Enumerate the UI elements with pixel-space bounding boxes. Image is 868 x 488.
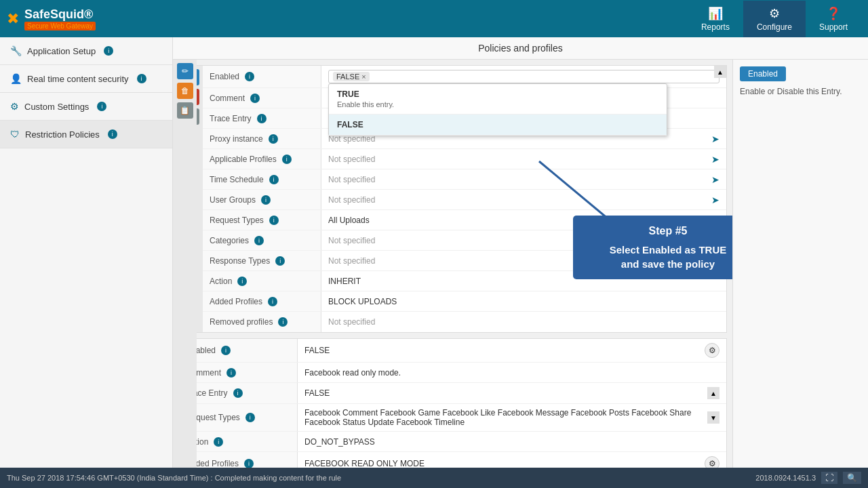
action2-info-icon: i	[214, 437, 223, 447]
dropdown-true[interactable]: TRUE Enable this entry.	[329, 84, 667, 115]
comment-row-2: Comment i Facebook read only mode.	[179, 363, 726, 383]
policy-table-1: Enabled i FALSE ×	[203, 66, 726, 332]
sidebar-label-realtime: Real time content security	[27, 74, 129, 84]
status-bar: Thu Sep 27 2018 17:54:46 GMT+0530 (India…	[0, 468, 868, 488]
realtime-icon: 👤	[10, 73, 22, 84]
edit-button-2[interactable]: ✏	[177, 63, 193, 79]
removed-profiles-row: Removed profiles i Not specified	[203, 312, 726, 332]
content-body: ✏ ✕ ↺ Enabled i	[173, 60, 732, 468]
logo-area: ✖ SafeSquid® Secure Web Gateway	[7, 7, 96, 30]
restriction-info-icon: i	[108, 129, 117, 139]
nav-reports[interactable]: 📊 Reports	[688, 1, 743, 37]
proxy-instance-label: Proxy instance i	[203, 129, 321, 148]
cat-info-icon: i	[254, 236, 264, 245]
fullscreen-button[interactable]: ⛶	[821, 472, 837, 484]
main-layout: 🔧 Application Setup i 👤 Real time conten…	[0, 37, 868, 468]
trace-entry-label: Trace Entry i	[203, 108, 321, 128]
ug-nav-icon[interactable]: ➤	[711, 195, 719, 205]
sidebar-label-app-setup: Application Setup	[27, 46, 96, 56]
comment-label: Comment i	[203, 88, 321, 108]
comment-label-2: Comment i	[179, 363, 298, 382]
tag-input-wrapper[interactable]: FALSE ×	[328, 70, 719, 83]
trace2-info-icon: i	[233, 388, 243, 398]
custom-settings-info-icon: i	[97, 102, 106, 111]
sidebar-label-custom-settings: Custom Settings	[24, 102, 89, 112]
sidebar-label-restriction: Restriction Policies	[25, 129, 100, 140]
trace-entry-row-2: Trace Entry i FALSE ▲	[179, 383, 726, 404]
realtime-info-icon: i	[137, 74, 146, 83]
nav-configure[interactable]: ⚙ Configure	[743, 1, 806, 37]
added-profiles-row: Added Profiles i BLOCK UPLOADS	[203, 291, 726, 312]
action-label-2: Action i	[179, 432, 298, 451]
categories-label: Categories i	[203, 230, 321, 250]
policy-controls-2: ✏ 🗑 📋	[173, 60, 197, 468]
action-value-2: DO_NOT_BYPASS	[298, 432, 726, 451]
comment2-info-icon: i	[226, 368, 236, 378]
trace-info-icon: i	[257, 114, 267, 123]
enabled-value-2: FALSE ⚙	[298, 339, 726, 362]
logo-sub: Secure Web Gateway	[24, 22, 96, 30]
comment-info-icon: i	[250, 94, 260, 103]
status-message: Thu Sep 27 2018 17:54:46 GMT+0530 (India…	[7, 474, 341, 482]
tag-remove-icon[interactable]: ×	[361, 73, 366, 81]
trace-label-2: Trace Entry i	[179, 383, 298, 403]
enabled-label: Enabled i	[203, 66, 321, 87]
removed-profiles-label: Removed profiles i	[203, 312, 321, 332]
sidebar-item-application-setup[interactable]: 🔧 Application Setup i	[0, 37, 172, 65]
trace-value-2: FALSE ▲	[298, 383, 726, 403]
app-setup-info-icon: i	[104, 46, 113, 56]
sidebar-item-custom-settings[interactable]: ⚙ Custom Settings i	[0, 93, 172, 121]
scroll-down-2[interactable]: ▼	[707, 411, 719, 424]
enabled-label-2: Enabled i	[179, 339, 298, 362]
proxy-info-icon: i	[269, 134, 278, 144]
added-profiles-label: Added Profiles i	[203, 291, 321, 311]
rt-value-2: Facebook Comment Facebook Game Facebook …	[298, 404, 726, 431]
app-setup-icon: 🔧	[10, 45, 22, 56]
nav-support[interactable]: ❓ Support	[806, 1, 861, 37]
time-schedule-label: Time Schedule i	[203, 169, 321, 189]
support-label: Support	[819, 22, 848, 32]
addprof2-info-icon: i	[244, 459, 254, 468]
ts-nav-icon[interactable]: ➤	[711, 174, 719, 185]
user-groups-row: User Groups i Not specified ➤	[203, 190, 726, 210]
enabled-dropdown: TRUE Enable this entry. FALSE	[328, 83, 667, 136]
enabled-row: Enabled i FALSE ×	[203, 66, 726, 88]
ug-info-icon: i	[261, 195, 271, 205]
dropdown-false[interactable]: FALSE	[329, 115, 667, 136]
enabled-row-2: Enabled i FALSE ⚙	[179, 339, 726, 363]
settings-icon-2[interactable]: ⚙	[705, 343, 719, 358]
ts-info-icon: i	[269, 175, 279, 184]
proxy-nav-icon[interactable]: ➤	[711, 134, 719, 144]
step-body: Select Enabled as TRUEand save the polic…	[585, 243, 732, 271]
rt-info-icon: i	[269, 216, 279, 225]
addprof-value-2: FACEBOOK READ ONLY MODE ⚙	[298, 452, 726, 468]
sidebar-item-realtime[interactable]: 👤 Real time content security i	[0, 65, 172, 93]
delete-button-2[interactable]: 🗑	[177, 83, 193, 99]
enabled-input[interactable]	[372, 72, 406, 81]
configure-icon: ⚙	[757, 6, 792, 21]
content-title: Policies and profiles	[173, 37, 868, 60]
rt-label-2: Request Types i	[179, 404, 298, 431]
action-info-icon: i	[237, 277, 247, 286]
ap-nav-icon[interactable]: ➤	[711, 154, 719, 165]
scroll-up-1[interactable]: ▲	[714, 66, 726, 78]
addprof-settings-icon[interactable]: ⚙	[705, 456, 719, 468]
right-panel: Enabled Enable or Disable this Entry.	[732, 60, 868, 468]
scroll-up-2[interactable]: ▲	[707, 387, 719, 399]
comment-value-2: Facebook read only mode.	[298, 363, 726, 382]
sidebar-item-restriction-policies[interactable]: 🛡 Restriction Policies i	[0, 121, 172, 148]
support-icon: ❓	[819, 6, 848, 21]
version-text: 2018.0924.1451.3	[755, 474, 816, 482]
search-button[interactable]: 🔍	[843, 472, 861, 484]
logo-name: SafeSquid®	[24, 7, 93, 21]
addprof-info-icon: i	[268, 297, 277, 306]
right-panel-desc: Enable or Disable this Entry.	[740, 87, 861, 96]
false-option-title: FALSE	[337, 120, 658, 129]
copy-button-2[interactable]: 📋	[177, 102, 193, 119]
top-header: ✖ SafeSquid® Secure Web Gateway 📊 Report…	[0, 0, 868, 37]
time-schedule-row: Time Schedule i Not specified ➤	[203, 169, 726, 190]
configure-label: Configure	[757, 22, 792, 32]
content-area: Policies and profiles ✏ ✕ ↺ Enabled	[173, 37, 868, 468]
applicable-profiles-row: Applicable Profiles i Not specified ➤	[203, 149, 726, 169]
enabled-value-cell: FALSE × TRUE	[321, 66, 726, 87]
